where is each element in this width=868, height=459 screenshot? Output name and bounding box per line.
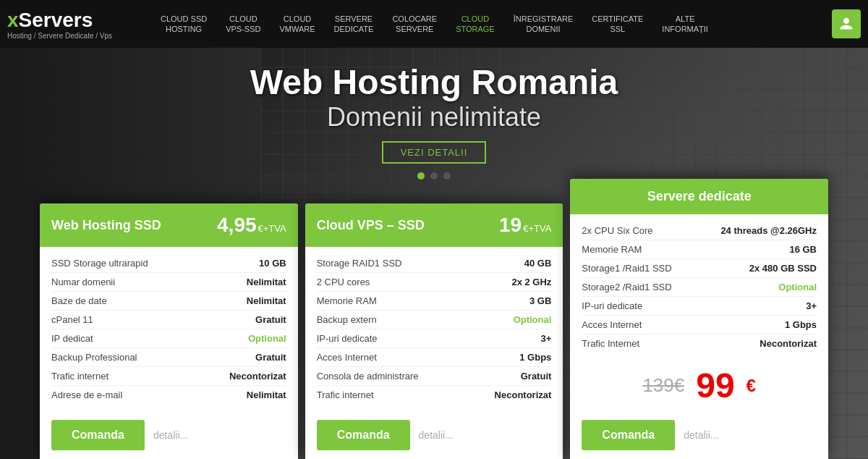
feature-label: Memorie RAM — [582, 244, 642, 255]
card-web-hosting-price-num: 4,95 — [217, 214, 257, 237]
nav-alte-informatii[interactable]: ALTEINFORMAȚII — [653, 8, 717, 41]
feature-label: IP dedicat — [51, 333, 93, 344]
logo-area: xServers Hosting / Servere Dedicate / Vp… — [7, 9, 152, 40]
card-web-hosting-title: Web Hosting SSD — [51, 218, 161, 233]
feature-value: 3+ — [541, 333, 552, 344]
feature-value: 16 GB — [789, 244, 817, 255]
feature-value: Necontorizat — [229, 371, 286, 382]
feature-label: Baze de date — [51, 295, 107, 306]
nav-cloud-vps-ssd[interactable]: CLOUDVPS-SSD — [217, 8, 269, 41]
feature-row: Adrese de e-mail Nelimitat — [51, 386, 286, 404]
feature-value: Optional — [778, 282, 817, 292]
feature-row: Numar domenii Nelimitat — [51, 273, 286, 292]
detalii-link-servere-dedicate[interactable]: detalii... — [684, 429, 718, 441]
feature-label: IP-uri dedicate — [582, 300, 642, 311]
card-cloud-vps-header: Cloud VPS – SSD 19 €+TVA — [305, 203, 563, 247]
nav-certificate-ssl[interactable]: CERTIFICATESSL — [583, 8, 652, 41]
card-web-hosting-footer: Comanda detalii... — [40, 411, 298, 459]
nav-inregistrare-domenii[interactable]: ÎNREGISTRAREDOMENII — [505, 8, 582, 41]
feature-value: 24 threads @2.26GHz — [720, 225, 817, 236]
feature-value: Optional — [248, 333, 286, 344]
feature-label: Trafic Internet — [582, 338, 639, 349]
logo-subtitle: Hosting / Servere Dedicate / Vps — [7, 32, 152, 40]
feature-value: 10 GB — [259, 258, 286, 269]
pricing-cards: Web Hosting SSD 4,95 €+TVA SSD Storage u… — [36, 179, 832, 459]
feature-label: SSD Storage ultrarapid — [51, 258, 148, 269]
nav-colocare-servere[interactable]: COLOCARESERVERE — [383, 8, 446, 41]
feature-row: Memorie RAM 16 GB — [582, 240, 817, 259]
feature-label: Consola de administrare — [317, 371, 419, 382]
feature-row: Memorie RAM 3 GB — [317, 292, 552, 311]
feature-value: Optional — [514, 314, 552, 325]
user-account-button[interactable] — [832, 9, 861, 38]
feature-row: Storage RAID1 SSD 40 GB — [317, 254, 552, 273]
new-price: 99 — [696, 366, 734, 405]
feature-value: 3 GB — [529, 295, 551, 306]
comanda-button-web-hosting[interactable]: Comanda — [51, 420, 145, 450]
servere-dedicate-price-area: 139€ 99€ — [570, 360, 828, 411]
feature-row: 2 CPU cores 2x 2 GHz — [317, 273, 552, 292]
feature-label: Storage1 /Raid1 SSD — [582, 263, 671, 274]
comanda-button-cloud-vps[interactable]: Comanda — [317, 420, 410, 450]
feature-value: 3+ — [806, 300, 817, 311]
feature-value: 1 Gbps — [785, 319, 817, 330]
feature-label: cPanel 11 — [51, 314, 93, 325]
main-nav: CLOUD SSDHOSTING CLOUDVPS-SSD CLOUDVMWAR… — [152, 8, 832, 41]
feature-row: Backup Professional Gratuit — [51, 348, 286, 367]
comanda-button-servere-dedicate[interactable]: Comanda — [582, 420, 675, 450]
card-web-hosting-price-suffix: €+TVA — [258, 223, 286, 234]
new-price-suffix: € — [746, 376, 756, 396]
feature-value: Nelimitat — [247, 295, 286, 306]
feature-label: Memorie RAM — [317, 295, 377, 306]
feature-label: Backup extern — [317, 314, 377, 325]
card-web-hosting-price: 4,95 €+TVA — [217, 214, 286, 237]
feature-row: Baze de date Nelimitat — [51, 292, 286, 311]
feature-row: cPanel 11 Gratuit — [51, 311, 286, 329]
feature-row: Trafic Internet Necontorizat — [582, 334, 817, 353]
logo[interactable]: xServers — [7, 9, 152, 32]
nav-cloud-vmware[interactable]: CLOUDVMWARE — [271, 8, 323, 41]
card-web-hosting-header: Web Hosting SSD 4,95 €+TVA — [40, 203, 298, 247]
card-cloud-vps-footer: Comanda detalii... — [305, 411, 563, 459]
feature-row: IP dedicat Optional — [51, 329, 286, 348]
card-cloud-vps-price-num: 19 — [499, 214, 522, 237]
card-cloud-vps-title: Cloud VPS – SSD — [317, 218, 425, 233]
card-web-hosting: Web Hosting SSD 4,95 €+TVA SSD Storage u… — [40, 203, 298, 459]
card-servere-dedicate-footer: Comanda detalii... — [570, 411, 828, 459]
hero-cta-button[interactable]: VEZI DETALII — [382, 141, 487, 164]
card-cloud-vps-body: Storage RAID1 SSD 40 GB 2 CPU cores 2x 2… — [305, 247, 563, 411]
feature-label: Adrese de e-mail — [51, 389, 122, 400]
feature-row: IP-uri dedicate 3+ — [317, 329, 552, 348]
feature-label: Storage RAID1 SSD — [317, 258, 402, 269]
feature-row: Backup extern Optional — [317, 311, 552, 329]
feature-row: Trafic internet Necontorizat — [51, 367, 286, 386]
feature-label: 2x CPU Six Core — [582, 225, 652, 236]
feature-row: Storage1 /Raid1 SSD 2x 480 GB SSD — [582, 259, 817, 278]
card-web-hosting-body: SSD Storage ultrarapid 10 GB Numar domen… — [40, 247, 298, 411]
hero-content: Web Hosting Romania Domenii nelimitate V… — [0, 62, 868, 180]
feature-label: 2 CPU cores — [317, 277, 370, 287]
feature-label: IP-uri dedicate — [317, 333, 378, 344]
detalii-link-web-hosting[interactable]: detalii... — [153, 429, 188, 441]
feature-label: Acces Internet — [582, 319, 642, 330]
feature-row: IP-uri dedicate 3+ — [582, 297, 817, 316]
feature-row: Acces Internet 1 Gbps — [317, 348, 552, 367]
feature-value: 40 GB — [524, 258, 552, 269]
feature-value: Nelimitat — [247, 389, 286, 400]
feature-value: Necontorizat — [495, 389, 552, 400]
feature-label: Trafic internet — [317, 389, 374, 400]
detalii-link-cloud-vps[interactable]: detalii... — [419, 429, 454, 441]
hero-subtitle: Domenii nelimitate — [0, 102, 868, 132]
nav-cloud-storage[interactable]: CLOUDSTORAGE — [447, 8, 503, 41]
feature-row: Storage2 /Raid1 SSD Optional — [582, 278, 817, 297]
feature-label: Trafic internet — [51, 371, 109, 382]
nav-cloud-ssd-hosting[interactable]: CLOUD SSDHOSTING — [152, 8, 216, 41]
card-servere-dedicate-body: 2x CPU Six Core 24 threads @2.26GHz Memo… — [570, 214, 828, 360]
feature-label: Numar domenii — [51, 277, 115, 287]
feature-value: Nelimitat — [247, 277, 286, 287]
header: xServers Hosting / Servere Dedicate / Vp… — [0, 0, 868, 48]
feature-value: Gratuit — [255, 314, 286, 325]
nav-servere-dedicate[interactable]: SERVEREDEDICATE — [326, 8, 383, 41]
feature-row: Trafic internet Necontorizat — [317, 386, 552, 404]
feature-label: Storage2 /Raid1 SSD — [582, 282, 671, 292]
